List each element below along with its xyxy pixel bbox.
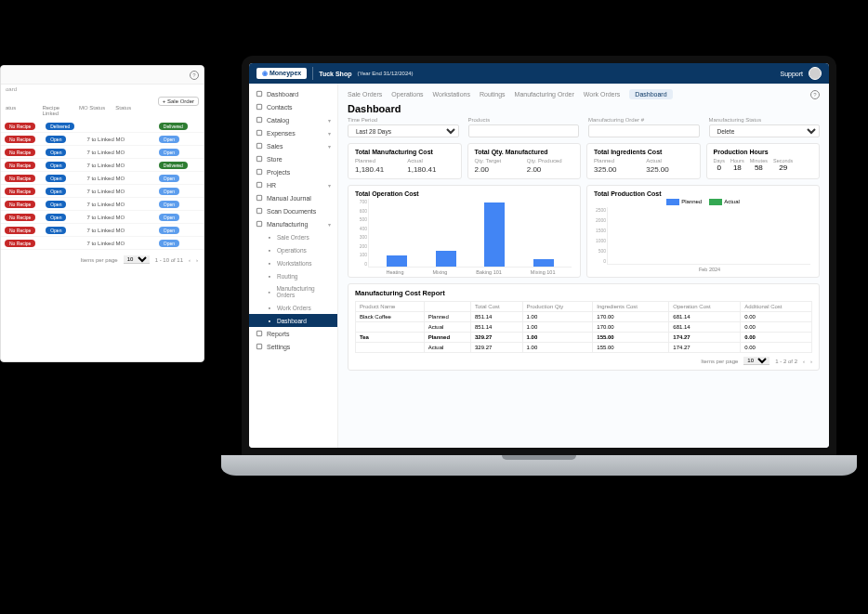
avatar[interactable]	[809, 67, 822, 80]
filter-products[interactable]	[468, 124, 580, 137]
filter-label-time: Time Period	[348, 117, 459, 123]
sidebar-sub-operations[interactable]: ▪Operations	[249, 243, 337, 256]
sidebar-sub-workstations[interactable]: ▪Workstations	[249, 256, 337, 269]
sidebar-item-hr[interactable]: HR▾	[249, 178, 337, 191]
svg-rect-10	[256, 221, 261, 226]
svg-rect-8	[256, 195, 261, 200]
support-link[interactable]: Support	[780, 71, 803, 77]
svg-rect-1	[256, 104, 261, 109]
tab-dashboard[interactable]: Dashboard	[629, 89, 672, 99]
page-title: Dashboard	[348, 103, 820, 114]
partial-pager: Items per page 10 1 - 10 of 11 ‹ ›	[1, 250, 204, 269]
svg-rect-7	[256, 182, 261, 187]
sidebar-sub-sale-orders[interactable]: ▪Sale Orders	[249, 230, 337, 243]
dot-icon: ▪	[266, 304, 273, 311]
chevron-left-icon[interactable]: ‹	[189, 257, 191, 263]
factory-icon	[256, 220, 263, 228]
cart-icon	[256, 142, 263, 150]
new-sale-order-button[interactable]: + Sale Order	[158, 97, 199, 106]
bar	[484, 202, 505, 267]
filter-mo-number[interactable]	[588, 124, 700, 137]
year-end-label: (Year End 31/12/2024)	[357, 71, 413, 76]
sidebar-item-scan-documents[interactable]: Scan Documents	[249, 204, 337, 217]
tab-routings[interactable]: Routings	[480, 89, 506, 99]
partial-title: oard	[1, 85, 204, 94]
sidebar-item-dashboard[interactable]: Dashboard	[249, 87, 337, 100]
tab-sale-orders[interactable]: Sale Orders	[348, 89, 382, 99]
table-row[interactable]: No Recipe Open 7 to Linked MO Open	[1, 198, 204, 211]
chevron-left-icon[interactable]: ‹	[803, 359, 805, 364]
scan-icon	[256, 207, 263, 215]
sidebar-item-manual-journal[interactable]: Manual Journal	[249, 191, 337, 204]
table-row[interactable]: No Recipe Open 7 to Linked MO Delivered	[1, 159, 204, 172]
company-name: Tuck Shop	[319, 71, 351, 77]
bar	[436, 251, 456, 267]
sidebar-item-settings[interactable]: Settings	[249, 340, 337, 353]
table-row[interactable]: No Recipe Open 7 to Linked MO Open	[1, 172, 204, 185]
dot-icon: ▪	[266, 233, 273, 241]
kpi-production-hours: Production Hours Days0 Hours18 Minutes58…	[706, 143, 821, 179]
filter-mo-status[interactable]: Delete	[709, 124, 821, 137]
table-row[interactable]: No Recipe Delivered Delivered	[1, 120, 204, 133]
sidebar-item-store[interactable]: Store	[249, 152, 337, 165]
help-icon[interactable]: ?	[810, 90, 820, 99]
filter-label-mo-status: Manufacturing Status	[709, 117, 821, 123]
users-icon	[256, 181, 263, 189]
kpi-total-mfg-cost: Total Manufacturing Cost Planned1,180.41…	[348, 143, 462, 179]
table-row[interactable]: No Recipe 7 to Linked MO Open	[1, 237, 204, 250]
svg-rect-5	[256, 156, 261, 161]
store-icon	[256, 155, 263, 163]
bar	[533, 259, 554, 267]
dot-icon: ▪	[266, 288, 272, 295]
sidebar: DashboardContactsCatalog▾Expenses▾Sales▾…	[249, 84, 338, 448]
filter-label-products: Products	[468, 117, 580, 123]
sidebar-item-sales[interactable]: Sales▾	[249, 139, 337, 152]
tab-manufacturing-order[interactable]: Manufacturing Order	[515, 89, 574, 99]
table-row[interactable]: No Recipe Open 7 to Linked MO Open	[1, 133, 204, 146]
report-per-page-select[interactable]: 10	[743, 357, 769, 365]
card-icon	[256, 129, 263, 137]
tab-strip: Sale OrdersOperationsWorkstationsRouting…	[348, 89, 820, 99]
table-row[interactable]: No Recipe Open 7 to Linked MO Open	[1, 146, 204, 159]
svg-rect-9	[256, 208, 261, 213]
report-table: Product NameTotal CostProduction QtyIngr…	[355, 301, 812, 353]
partial-per-page-select[interactable]: 10	[124, 255, 150, 264]
briefcase-icon	[256, 168, 263, 176]
sidebar-item-projects[interactable]: Projects	[249, 165, 337, 178]
grid-icon	[256, 90, 263, 98]
sidebar-sub-dashboard[interactable]: ▪Dashboard	[249, 314, 337, 327]
chevron-right-icon[interactable]: ›	[810, 359, 812, 364]
sidebar-item-contacts[interactable]: Contacts	[249, 100, 337, 113]
table-row[interactable]: No Recipe Open 7 to Linked MO Open	[1, 185, 204, 198]
report-icon	[256, 330, 263, 337]
bar	[387, 255, 407, 268]
tab-work-orders[interactable]: Work Orders	[584, 89, 621, 99]
chart-production-cost: Total Production Cost Planned Actual 250…	[586, 185, 820, 278]
svg-rect-12	[256, 344, 261, 348]
sidebar-item-manufacturing[interactable]: Manufacturing▾	[249, 217, 337, 230]
sidebar-item-expenses[interactable]: Expenses▾	[249, 126, 337, 139]
partial-filter-head: atus Recipe Linked MO Status Status	[1, 94, 153, 120]
sidebar-item-catalog[interactable]: Catalog▾	[249, 113, 337, 126]
table-row[interactable]: No Recipe Open 7 to Linked MO Open	[1, 211, 204, 224]
help-icon[interactable]: ?	[190, 71, 199, 80]
dot-icon: ▪	[266, 259, 273, 267]
topbar: ◉ Moneypex Tuck Shop (Year End 31/12/202…	[249, 63, 829, 84]
table-row: Actual851.141.00170.00681.140.00	[356, 322, 812, 333]
tab-operations[interactable]: Operations	[391, 89, 423, 99]
sidebar-sub-work-orders[interactable]: ▪Work Orders	[249, 301, 337, 314]
table-row: TeaPlanned329.271.00155.00174.270.00	[356, 333, 812, 343]
chevron-right-icon[interactable]: ›	[196, 257, 198, 263]
table-row[interactable]: No Recipe Open 7 to Linked MO Open	[1, 224, 204, 237]
kpi-total-qty: Total Qty. Manufactured Qty. Target2.00 …	[467, 143, 582, 179]
chart-operation-cost: Total Operation Cost 7006005004003002001…	[348, 185, 581, 278]
dot-icon: ▪	[266, 317, 273, 324]
tab-workstations[interactable]: Workstations	[433, 89, 470, 99]
filter-time-period[interactable]: Last 28 Days	[348, 124, 459, 137]
svg-rect-0	[256, 91, 261, 96]
tag-icon	[256, 116, 263, 124]
gear-icon	[256, 343, 263, 350]
sidebar-item-reports[interactable]: Reports	[249, 327, 337, 340]
sidebar-sub-routing[interactable]: ▪Routing	[249, 269, 337, 282]
sidebar-sub-manufacturing-orders[interactable]: ▪Manufacturing Orders	[249, 282, 337, 301]
